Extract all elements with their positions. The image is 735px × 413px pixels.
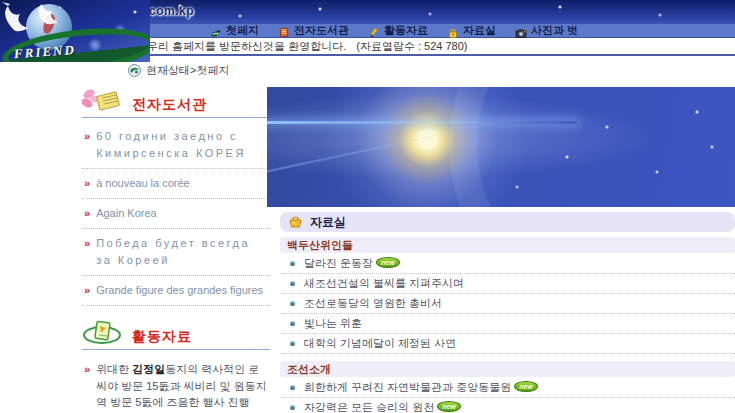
double-arrow-bullet: » bbox=[84, 235, 90, 269]
ebook-link-text: Победа будет всегда за Кореей bbox=[96, 235, 270, 269]
article-link[interactable]: 대학의 기념메달이 제정된 사연 bbox=[280, 334, 735, 354]
nav-item-activity[interactable]: 활동자료 bbox=[368, 23, 428, 38]
flower-book-icon bbox=[82, 86, 124, 114]
nav-item-library[interactable]: 전자도서관 bbox=[278, 23, 349, 38]
ebook-section-title: 전자도서관 bbox=[132, 96, 207, 114]
nav-bar: 첫페지전자도서관활동자료자료실사진과 벗 bbox=[148, 24, 735, 38]
ebook-link-text: 60 години заедно с Кимирсенска КОРЕЯ bbox=[96, 128, 270, 162]
article-title: 대학의 기념메달이 제정된 사연 bbox=[304, 336, 456, 351]
view-count: (자료열람수 : 524 780) bbox=[356, 39, 467, 54]
section-header: 백두산위인들 bbox=[280, 237, 735, 253]
activity-section-title: 활동자료 bbox=[132, 328, 192, 346]
breadcrumb: 현재상태>첫페지 bbox=[128, 63, 229, 78]
activity-link[interactable]: »위대한 김정일동지의 력사적인 로씨야 방문 15돐과 씨비리 및 원동지역 … bbox=[82, 354, 270, 413]
activity-swoosh-icon bbox=[82, 320, 124, 346]
bullet-dot-icon bbox=[290, 405, 295, 410]
article-title: 새조선건설의 불씨를 지펴주시며 bbox=[304, 276, 464, 291]
ebook-link-text: à nouveau la corée bbox=[96, 175, 190, 192]
sidebar: 전자도서관 »60 години заедно с Кимирсенска КО… bbox=[82, 86, 270, 413]
breadcrumb-label: 현재상태>첫페지 bbox=[146, 63, 229, 78]
welcome-bar: 우리 홈페지를 방문하신것을 환영합니다. (자료열람수 : 524 780) bbox=[122, 38, 735, 56]
bullet-dot-icon bbox=[290, 385, 295, 390]
ebook-link-text: Grande figure des grandes figures bbox=[96, 282, 263, 299]
status-globe-icon bbox=[128, 64, 141, 77]
new-badge: new bbox=[376, 257, 400, 268]
bullet-dot-icon bbox=[290, 321, 295, 326]
double-arrow-bullet: » bbox=[84, 205, 90, 222]
nav-item-home[interactable]: 첫페지 bbox=[210, 23, 259, 38]
page: www.friend.com.kp 첫페지전자도서관활동자료자료실사진과 벗 우… bbox=[0, 0, 735, 413]
ebook-link[interactable]: »Победа будет всегда за Кореей bbox=[82, 229, 270, 276]
board-header: 자료실 bbox=[280, 212, 735, 232]
bullet-dot-icon bbox=[290, 281, 295, 286]
article-title: 조선로동당의 영원한 총비서 bbox=[304, 296, 442, 311]
activity-list: »위대한 김정일동지의 력사적인 로씨야 방문 15돐과 씨비리 및 원동지역 … bbox=[82, 354, 270, 413]
article-board: 백두산위인들달라진 운동장new새조선건설의 불씨를 지펴주시며조선로동당의 영… bbox=[280, 237, 735, 413]
ebook-section-header: 전자도서관 bbox=[82, 86, 270, 118]
welcome-text: 우리 홈페지를 방문하신것을 환영합니다. bbox=[147, 39, 346, 54]
double-arrow-bullet: » bbox=[84, 128, 90, 162]
double-arrow-bullet: » bbox=[84, 175, 90, 192]
article-link[interactable]: 조선로동당의 영원한 총비서 bbox=[280, 294, 735, 314]
article-link[interactable]: 희한하게 꾸려진 자연박물관과 중앙동물원new bbox=[280, 378, 735, 398]
banner-image bbox=[267, 87, 735, 207]
double-arrow-bullet: » bbox=[84, 361, 90, 413]
basket-icon bbox=[288, 215, 303, 229]
section-gap bbox=[280, 354, 735, 361]
article-title: 달라진 운동장 bbox=[304, 256, 373, 271]
board-title: 자료실 bbox=[310, 214, 346, 231]
nav-item-label: 전자도서관 bbox=[294, 23, 349, 38]
nav-item-archive[interactable]: 자료실 bbox=[447, 23, 496, 38]
lock-icon bbox=[447, 25, 459, 37]
ebook-link[interactable]: »Again Korea bbox=[82, 199, 270, 229]
article-title: 빛나는 위훈 bbox=[304, 316, 362, 331]
article-link[interactable]: 달라진 운동장new bbox=[280, 254, 735, 274]
brush-icon bbox=[368, 25, 380, 37]
bullet-dot-icon bbox=[290, 261, 295, 266]
nav-item-label: 자료실 bbox=[463, 23, 496, 38]
nav-item-label: 사진과 벗 bbox=[531, 23, 578, 38]
article-title: 희한하게 꾸려진 자연박물관과 중앙동물원 bbox=[304, 380, 511, 395]
new-badge: new bbox=[514, 381, 538, 392]
article-link[interactable]: 새조선건설의 불씨를 지펴주시며 bbox=[280, 274, 735, 294]
ebook-list: »60 години заедно с Кимирсенска КОРЕЯ»à … bbox=[82, 122, 270, 306]
ebook-link[interactable]: »à nouveau la corée bbox=[82, 169, 270, 199]
new-badge: new bbox=[437, 401, 461, 412]
double-arrow-bullet: » bbox=[84, 282, 90, 299]
article-title: 자강력은 모든 승리의 원천 bbox=[304, 400, 434, 413]
bird-icon bbox=[210, 25, 222, 37]
nav-item-label: 첫페지 bbox=[226, 23, 259, 38]
section-header: 조선소개 bbox=[280, 361, 735, 377]
activity-section-header: 활동자료 bbox=[82, 320, 270, 350]
nav-item-label: 활동자료 bbox=[384, 23, 428, 38]
camera-icon bbox=[515, 25, 527, 37]
book-icon bbox=[278, 25, 290, 37]
ebook-link[interactable]: »60 години заедно с Кимирсенска КОРЕЯ bbox=[82, 122, 270, 169]
nav-item-photos[interactable]: 사진과 벗 bbox=[515, 23, 578, 38]
activity-link-text: 위대한 김정일동지의 력사적인 로씨야 방문 15돐과 씨비리 및 원동지역 방… bbox=[96, 361, 270, 413]
bullet-dot-icon bbox=[290, 301, 295, 306]
article-link[interactable]: 자강력은 모든 승리의 원천new bbox=[280, 398, 735, 413]
article-link[interactable]: 빛나는 위훈 bbox=[280, 314, 735, 334]
ebook-link[interactable]: »Grande figure des grandes figures bbox=[82, 276, 270, 306]
ebook-link-text: Again Korea bbox=[96, 205, 157, 222]
banner-arc bbox=[449, 87, 735, 207]
bullet-dot-icon bbox=[290, 341, 295, 346]
friend-logo[interactable]: FRIEND bbox=[0, 0, 150, 62]
